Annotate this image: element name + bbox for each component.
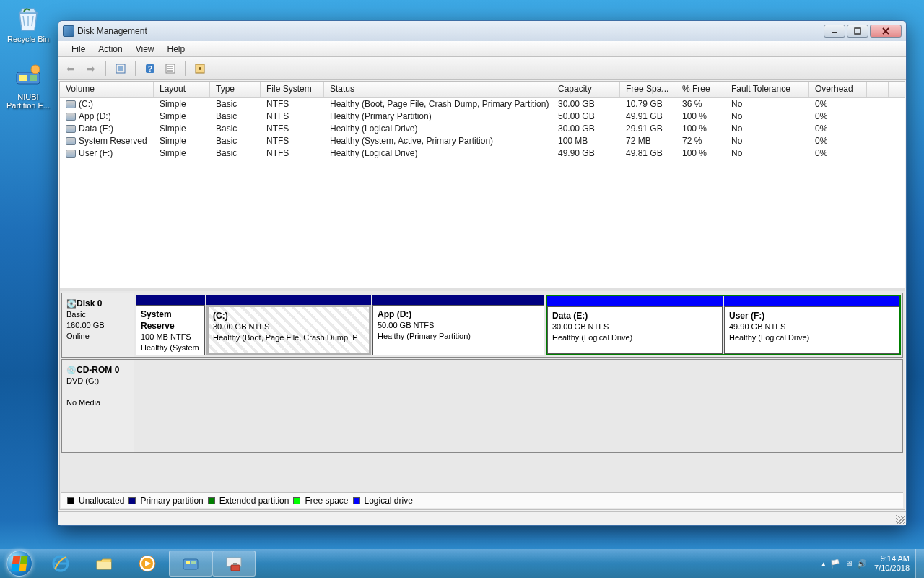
partition-header	[136, 295, 205, 305]
partition-user-f[interactable]: User (F:)49.90 GB NTFSHealthy (Logical D…	[724, 296, 899, 354]
niubi-icon	[14, 62, 43, 91]
volume-row[interactable]: User (F:)SimpleBasicNTFSHealthy (Logical…	[60, 147, 905, 159]
svg-rect-27	[233, 563, 237, 565]
svg-rect-19	[97, 562, 111, 569]
forward-button[interactable]: ➡	[83, 61, 99, 77]
tray-chevron-up-icon[interactable]: ▴	[821, 559, 826, 569]
back-button[interactable]: ⬅	[63, 61, 79, 77]
col-spare[interactable]	[867, 82, 889, 97]
drive-icon	[66, 100, 76, 108]
start-button[interactable]	[0, 549, 39, 578]
disk-management-window: Disk Management File Action View Help ⬅ …	[58, 20, 907, 526]
col-volume[interactable]: Volume	[60, 82, 154, 97]
statusbar	[58, 511, 906, 525]
svg-point-17	[199, 67, 201, 70]
col-free[interactable]: Free Spa...	[620, 82, 676, 97]
drive-icon	[66, 150, 76, 158]
taskbar-niubi[interactable]	[212, 551, 256, 577]
col-oh[interactable]: Overhead	[809, 82, 867, 97]
volume-list[interactable]: Volume Layout Type File System Status Ca…	[60, 82, 905, 291]
disk-0-row[interactable]: 💽Disk 0 Basic 160.00 GB Online System Re…	[61, 293, 903, 358]
help-button[interactable]: ?	[142, 61, 158, 77]
window-controls	[824, 25, 902, 38]
svg-rect-26	[231, 565, 240, 571]
show-desktop-button[interactable]	[915, 549, 924, 578]
wmp-icon	[137, 553, 157, 574]
disk-0-partitions: System Reserve100 MB NTFSHealthy (System…	[134, 293, 902, 357]
menu-view[interactable]: View	[130, 43, 160, 56]
disk-map: 💽Disk 0 Basic 160.00 GB Online System Re…	[60, 291, 905, 509]
refresh-button[interactable]	[113, 61, 128, 77]
partition-system-reserved[interactable]: System Reserve100 MB NTFSHealthy (System	[136, 295, 205, 355]
col-pct[interactable]: % Free	[676, 82, 725, 97]
toolbar: ⬅ ➡ ?	[58, 57, 906, 80]
toolbar-separator	[105, 61, 106, 76]
partition-header	[372, 295, 544, 305]
cdrom-partitions	[134, 360, 902, 452]
menu-help[interactable]: Help	[162, 43, 191, 56]
menu-file[interactable]: File	[66, 43, 91, 56]
taskbar-wmplayer[interactable]	[126, 549, 169, 578]
volume-row[interactable]: (C:)SimpleBasicNTFSHealthy (Boot, Page F…	[60, 98, 905, 110]
tray-clock[interactable]: 9:14 AM 7/10/2018	[871, 554, 910, 573]
tray-date: 7/10/2018	[874, 564, 910, 573]
desktop-icon-niubi[interactable]: NIUBI Partition E...	[3, 61, 53, 111]
extended-partition: Data (E:)30.00 GB NTFSHealthy (Logical D…	[546, 295, 901, 355]
desktop-icons: Recycle Bin NIUBI Partition E...	[3, 3, 53, 118]
volume-row[interactable]: App (D:)SimpleBasicNTFSHealthy (Primary …	[60, 110, 905, 122]
toolbar-separator	[135, 61, 136, 76]
drive-icon	[66, 137, 76, 145]
col-capacity[interactable]: Capacity	[552, 82, 620, 97]
tray-time: 9:14 AM	[874, 554, 910, 564]
refresh-icon	[115, 63, 126, 74]
drive-icon	[66, 113, 76, 121]
col-type[interactable]: Type	[210, 82, 261, 97]
taskbar-explorer[interactable]	[82, 549, 126, 578]
partition-header	[547, 296, 723, 306]
menubar: File Action View Help	[58, 41, 906, 57]
svg-rect-5	[855, 28, 860, 34]
list-icon	[165, 63, 176, 74]
partition-data-e[interactable]: Data (E:)30.00 GB NTFSHealthy (Logical D…	[547, 296, 723, 354]
tray-flag-icon[interactable]: 🏳️	[830, 559, 840, 569]
content-area: Volume Layout Type File System Status Ca…	[59, 81, 905, 510]
col-layout[interactable]: Layout	[154, 82, 210, 97]
svg-rect-23	[186, 561, 190, 564]
legend-swatch-extended	[208, 497, 215, 504]
desktop-icon-recycle-bin[interactable]: Recycle Bin	[3, 3, 53, 53]
legend-swatch-unallocated	[67, 497, 74, 504]
help-icon: ?	[144, 63, 156, 74]
taskbar-diskmgmt[interactable]	[169, 551, 212, 577]
svg-rect-9	[118, 66, 123, 71]
system-tray: ▴ 🏳️ 🖥 🔊 9:14 AM 7/10/2018	[819, 549, 915, 578]
window-title: Disk Management	[77, 26, 147, 36]
tray-network-icon[interactable]: 🖥	[845, 559, 853, 568]
titlebar[interactable]: Disk Management	[58, 21, 906, 41]
app-icon	[63, 25, 74, 37]
gear-icon	[194, 63, 206, 74]
minimize-button[interactable]	[824, 25, 845, 38]
settings-button[interactable]	[192, 61, 208, 77]
folder-icon	[94, 553, 114, 574]
legend: Unallocated Primary partition Extended p…	[61, 492, 903, 508]
close-button[interactable]	[870, 25, 902, 38]
partition-app-d[interactable]: App (D:)50.00 GB NTFSHealthy (Primary Pa…	[372, 295, 544, 355]
col-fs[interactable]: File System	[261, 82, 324, 97]
tray-volume-icon[interactable]: 🔊	[857, 559, 867, 569]
taskbar-ie[interactable]	[39, 549, 82, 578]
pinned-apps	[39, 549, 256, 578]
menu-action[interactable]: Action	[92, 43, 128, 56]
partition-c[interactable]: (C:)30.00 GB NTFSHealthy (Boot, Page Fil…	[206, 295, 371, 355]
svg-rect-24	[191, 561, 196, 564]
recycle-bin-icon	[14, 4, 43, 33]
partition-header	[724, 296, 899, 306]
cdrom-label: 💿CD-ROM 0 DVD (G:) No Media	[62, 360, 134, 452]
maximize-button[interactable]	[847, 25, 868, 38]
properties-button[interactable]	[162, 61, 178, 77]
volume-row[interactable]: Data (E:)SimpleBasicNTFSHealthy (Logical…	[60, 122, 905, 134]
arrow-right-icon: ➡	[87, 63, 95, 74]
col-status[interactable]: Status	[324, 82, 552, 97]
volume-row[interactable]: System ReservedSimpleBasicNTFSHealthy (S…	[60, 134, 905, 147]
col-ft[interactable]: Fault Tolerance	[725, 82, 809, 97]
cdrom-row[interactable]: 💿CD-ROM 0 DVD (G:) No Media	[61, 359, 903, 453]
